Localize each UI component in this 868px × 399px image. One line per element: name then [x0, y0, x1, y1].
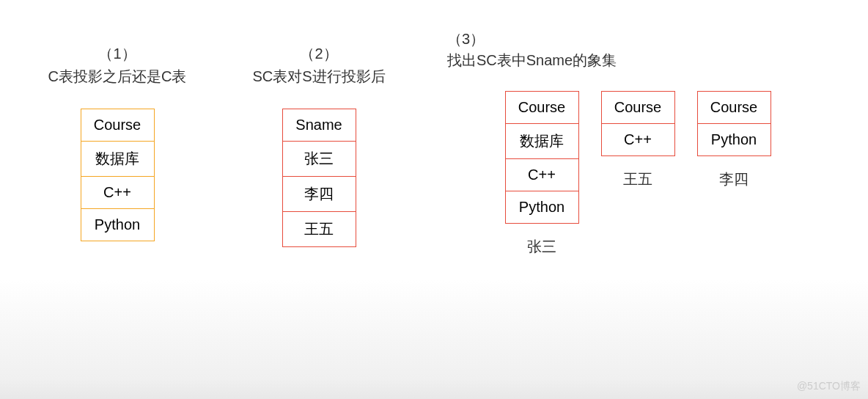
section-3: （3） 找出SC表中Sname的象集 Course 数据库 C++ Python…	[433, 44, 843, 257]
table-row: Python	[697, 124, 770, 156]
table-cell: 数据库	[81, 142, 154, 177]
table-cell: 王五	[282, 212, 356, 247]
image-set-caption: 王五	[623, 169, 652, 189]
image-set-table: Course C++	[601, 91, 675, 156]
table-row: 王五	[282, 212, 356, 247]
table-header-row: Course	[505, 92, 578, 124]
table-cell: C++	[81, 177, 154, 209]
table-cell: C++	[601, 124, 674, 156]
table-cell: C++	[505, 159, 578, 191]
section-2-title: SC表对S进行投影后	[252, 67, 385, 87]
c-table: Course 数据库 C++ Python	[81, 109, 155, 241]
image-set-zhangsan: Course 数据库 C++ Python 张三	[505, 91, 579, 257]
table-row: Python	[81, 209, 154, 241]
table-cell: 数据库	[505, 124, 578, 159]
table-header-cell: Course	[697, 92, 770, 124]
table-row: C++	[81, 177, 154, 209]
section-1: （1） C表投影之后还是C表 Course 数据库 C++ Python	[22, 44, 213, 257]
section-2-num: （2）	[300, 44, 337, 64]
sc-projection-table: Sname 张三 李四 王五	[282, 109, 356, 247]
table-header-cell: Course	[505, 92, 578, 124]
table-cell: 张三	[282, 142, 356, 177]
table-cell: 李四	[282, 177, 356, 212]
image-set-caption: 李四	[719, 169, 749, 189]
table-cell: Python	[505, 191, 578, 224]
table-row: C++	[601, 124, 674, 156]
section-3-num: （3）	[447, 29, 617, 49]
diagram-container: （1） C表投影之后还是C表 Course 数据库 C++ Python （2）…	[0, 0, 868, 257]
image-set-caption: 张三	[527, 237, 556, 257]
section-2: （2） SC表对S进行投影后 Sname 张三 李四 王五	[220, 44, 418, 257]
section-1-title: C表投影之后还是C表	[48, 67, 187, 87]
table-cell: Python	[697, 124, 770, 156]
image-set-table: Course 数据库 C++ Python	[505, 91, 579, 224]
section-1-num: （1）	[98, 44, 136, 64]
table-cell: Python	[81, 209, 154, 241]
table-header-row: Course	[81, 109, 154, 142]
section-3-title: 找出SC表中Sname的象集	[447, 51, 617, 70]
table-row: 数据库	[505, 124, 578, 159]
table-header-cell: Course	[81, 109, 154, 142]
table-header-row: Course	[697, 92, 770, 124]
image-set-tables: Course 数据库 C++ Python 张三 Course C++ 王五 C…	[505, 91, 771, 257]
image-set-lisi: Course Python 李四	[697, 91, 771, 189]
table-row: Python	[505, 191, 578, 224]
watermark: @51CTO博客	[797, 380, 861, 393]
table-row: 张三	[282, 142, 356, 177]
table-row: C++	[505, 159, 578, 191]
image-set-wangwu: Course C++ 王五	[601, 91, 675, 189]
table-row: 李四	[282, 177, 356, 212]
table-row: 数据库	[81, 142, 154, 177]
table-header-row: Course	[601, 92, 674, 124]
table-header-row: Sname	[282, 109, 356, 142]
image-set-table: Course Python	[697, 91, 771, 156]
table-header-cell: Course	[601, 92, 674, 124]
table-header-cell: Sname	[282, 109, 356, 142]
